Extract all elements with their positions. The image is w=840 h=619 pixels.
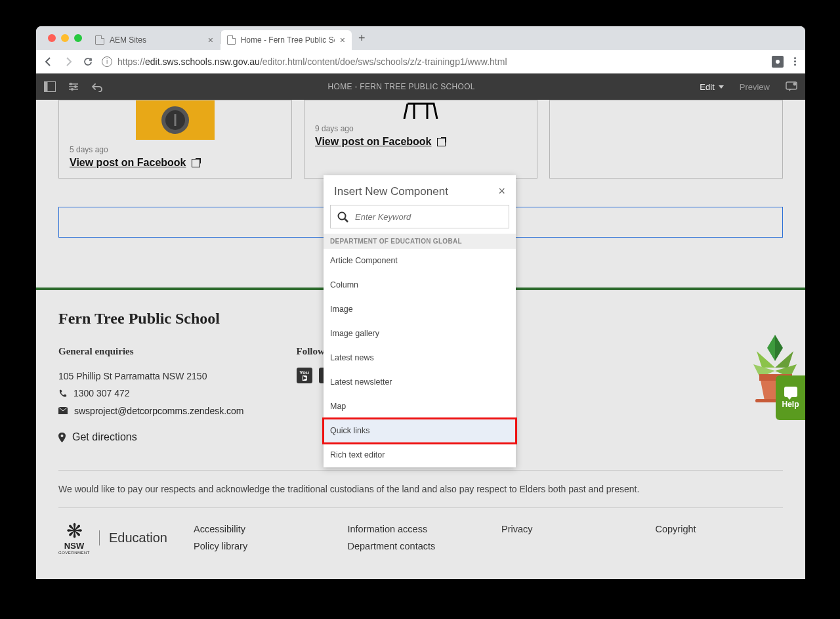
svg-point-13 — [339, 212, 346, 219]
svg-point-5 — [74, 85, 77, 88]
view-on-facebook-link[interactable]: View post on Facebook — [315, 136, 446, 148]
component-search-field[interactable] — [330, 205, 509, 228]
tab-aem-sites[interactable]: AEM Sites × — [89, 30, 220, 50]
component-item-image[interactable]: Image — [324, 297, 516, 322]
facebook-cards-row: 5 days ago View post on Facebook 9 days … — [36, 100, 805, 179]
page-icon — [227, 35, 236, 45]
footer-link-copyright[interactable]: Copyright — [655, 524, 783, 534]
close-window-button[interactable] — [48, 34, 56, 42]
external-link-icon — [437, 138, 446, 146]
window-controls — [41, 34, 89, 42]
tab-bar: AEM Sites × Home - Fern Tree Public Scho… — [36, 26, 805, 50]
page-title: HOME - FERN TREE PUBLIC SCHOOL — [103, 82, 700, 91]
chevron-down-icon — [719, 85, 724, 89]
annotate-icon[interactable] — [786, 81, 797, 93]
extension-icon[interactable] — [772, 56, 784, 68]
tab-label: Home - Fern Tree Public Scho — [241, 35, 335, 45]
svg-point-6 — [71, 88, 74, 91]
footer-link-privacy[interactable]: Privacy — [501, 524, 629, 534]
view-on-facebook-link[interactable]: View post on Facebook — [70, 157, 200, 169]
footer-link-policy[interactable]: Policy library — [194, 541, 322, 551]
browser-menu-button[interactable] — [791, 57, 799, 66]
email-icon — [58, 407, 68, 414]
site-info-icon[interactable]: i — [102, 56, 112, 67]
directions-link[interactable]: Get directions — [72, 427, 137, 447]
svg-point-1 — [776, 60, 780, 64]
email-link[interactable]: swsproject@detcorpcomms.zendesk.com — [74, 402, 244, 420]
component-item-image-gallery[interactable]: Image gallery — [324, 322, 516, 346]
phone-icon — [58, 389, 67, 398]
undo-icon[interactable] — [91, 81, 103, 93]
card-timestamp: 9 days ago — [315, 124, 526, 133]
tab-home-fern-tree[interactable]: Home - Fern Tree Public Scho × — [220, 30, 352, 50]
close-tab-icon[interactable]: × — [208, 35, 213, 45]
svg-point-8 — [793, 83, 797, 86]
facebook-card-1[interactable]: 5 days ago View post on Facebook — [58, 100, 292, 179]
footer-link-info-access[interactable]: Information access — [347, 524, 475, 534]
footer-link-contacts[interactable]: Department contacts — [347, 541, 475, 551]
tab-label: AEM Sites — [110, 35, 146, 45]
maximize-window-button[interactable] — [74, 34, 82, 42]
aem-editor-bar: HOME - FERN TREE PUBLIC SCHOOL Edit Prev… — [36, 74, 805, 100]
component-item-quick-links[interactable]: Quick links — [324, 419, 516, 443]
footer-link-accessibility[interactable]: Accessibility — [194, 524, 322, 534]
phone-text: 1300 307 472 — [74, 385, 130, 402]
close-tab-icon[interactable]: × — [340, 35, 345, 45]
pin-icon — [58, 433, 66, 442]
back-button[interactable] — [43, 56, 54, 68]
help-button[interactable]: Help — [776, 375, 805, 420]
svg-rect-3 — [45, 82, 48, 92]
component-item-column[interactable]: Column — [324, 273, 516, 297]
waratah-icon: ❋ — [58, 521, 90, 541]
dialog-title: Insert New Component — [334, 185, 448, 198]
browser-window: AEM Sites × Home - Fern Tree Public Scho… — [36, 26, 805, 579]
component-item-latest-newsletter[interactable]: Latest newsletter — [324, 370, 516, 395]
svg-point-10 — [61, 435, 64, 437]
page-icon — [95, 35, 104, 45]
component-item-rich-text-editor[interactable]: Rich text editor — [324, 443, 516, 467]
external-link-icon — [192, 159, 200, 167]
insert-component-dialog: Insert New Component × DEPARTMENT OF EDU… — [324, 175, 516, 467]
settings-icon[interactable] — [68, 81, 79, 93]
youtube-icon[interactable]: You▶ — [297, 368, 312, 383]
minimize-window-button[interactable] — [61, 34, 69, 42]
close-dialog-button[interactable]: × — [498, 184, 505, 198]
address-text: 105 Phillip St Parramatta NSW 2150 — [58, 368, 244, 385]
nsw-education-logo: ❋ NSW GOVERNMENT Education — [58, 521, 167, 555]
enquiries-heading: General enquiries — [58, 342, 244, 361]
reload-button[interactable] — [82, 56, 94, 68]
new-tab-button[interactable]: + — [352, 32, 372, 45]
card-timestamp: 5 days ago — [70, 145, 281, 154]
component-item-map[interactable]: Map — [324, 395, 516, 419]
address-field[interactable]: i https://edit.sws.schools.nsw.gov.au/ed… — [102, 56, 764, 67]
side-panel-icon[interactable] — [44, 81, 56, 93]
facebook-card-3-empty[interactable] — [549, 100, 783, 179]
card-image — [388, 100, 453, 119]
card-image — [136, 100, 215, 140]
forward-button[interactable] — [62, 56, 74, 68]
component-item-article-component[interactable]: Article Component — [324, 249, 516, 273]
facebook-card-2[interactable]: 9 days ago View post on Facebook — [304, 100, 537, 179]
page-content: 5 days ago View post on Facebook 9 days … — [36, 100, 805, 579]
url-text: https://edit.sws.schools.nsw.gov.au/edit… — [117, 56, 507, 67]
general-enquiries-column: General enquiries 105 Phillip St Parrama… — [58, 342, 244, 448]
acknowledgement-text: We would like to pay our respects and ac… — [58, 470, 783, 507]
component-group-header: DEPARTMENT OF EDUCATION GLOBAL — [324, 234, 516, 249]
search-input[interactable] — [355, 212, 502, 222]
search-icon — [337, 211, 348, 223]
chat-icon — [784, 387, 797, 397]
url-bar: i https://edit.sws.schools.nsw.gov.au/ed… — [36, 50, 805, 74]
preview-button[interactable]: Preview — [740, 82, 770, 92]
edit-mode-dropdown[interactable]: Edit — [700, 82, 723, 92]
svg-point-4 — [70, 83, 72, 85]
component-item-latest-news[interactable]: Latest news — [324, 346, 516, 370]
component-list: Article ComponentColumnImageImage galler… — [324, 249, 516, 467]
bottom-footer: ❋ NSW GOVERNMENT Education Accessibility… — [58, 507, 783, 579]
